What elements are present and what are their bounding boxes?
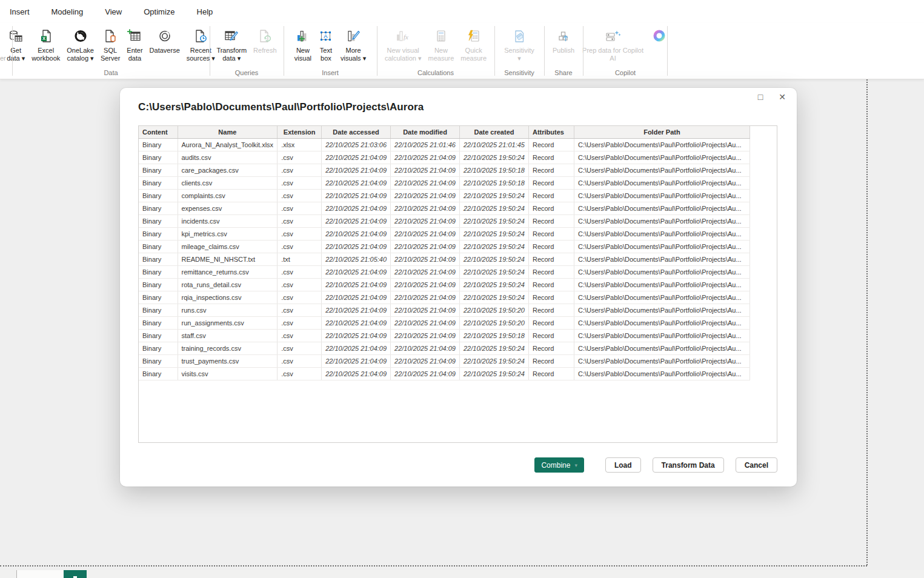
cell-extension: .csv (278, 241, 322, 253)
cell-folder-path: C:\Users\Pablo\Documents\Paul\Portfolio\… (574, 164, 750, 177)
ribbon-group-copilot: Prep data for Copilot AI (583, 23, 668, 79)
cell-content: Binary (139, 215, 178, 228)
text-box-icon: A (318, 27, 334, 46)
cell-content: Binary (139, 355, 178, 368)
menu-tab-insert[interactable]: Insert (10, 7, 30, 16)
dialog-title: C:\Users\Pablo\Documents\Paul\Portfolio\… (138, 101, 424, 113)
table-row: Binary audits.csv .csv 22/10/2025 21:04:… (139, 151, 750, 164)
cancel-button[interactable]: Cancel (736, 457, 777, 473)
active-page-tab[interactable] (64, 570, 87, 578)
text-box-button[interactable]: A Text box (315, 25, 337, 64)
cell-date-accessed: 22/10/2025 21:04:09 (322, 317, 391, 330)
load-button[interactable]: Load (605, 457, 641, 473)
combine-button[interactable]: Combine ▾ (534, 457, 584, 473)
dataverse-button[interactable]: Dataverse (147, 25, 183, 64)
cell-folder-path: C:\Users\Pablo\Documents\Paul\Portfolio\… (574, 291, 750, 304)
cell-attributes: Record (528, 139, 574, 151)
ribbon-group-share: Publish Share (544, 23, 583, 79)
table-row: Binary rqia_inspections.csv .csv 22/10/2… (139, 291, 750, 304)
cell-date-created: 22/10/2025 19:50:24 (460, 279, 529, 291)
cell-date-created: 22/10/2025 19:50:20 (460, 317, 529, 330)
cell-folder-path: C:\Users\Pablo\Documents\Paul\Portfolio\… (574, 215, 750, 228)
cell-date-modified: 22/10/2025 21:04:09 (391, 241, 460, 253)
table-row: Binary run_assignments.csv .csv 22/10/20… (139, 317, 750, 330)
menu-tab-optimize[interactable]: Optimize (144, 7, 174, 16)
excel-workbook-button[interactable]: X Excel workbook (28, 25, 63, 64)
cell-name: care_packages.csv (178, 164, 278, 177)
column-header-name: Name (178, 126, 278, 139)
menu-tab-help[interactable]: Help (197, 7, 213, 16)
cell-folder-path: C:\Users\Pablo\Documents\Paul\Portfolio\… (574, 266, 750, 279)
ribbon-group-queries: Transform data ▾ Refresh Queries (210, 23, 284, 79)
cell-date-accessed: 22/10/2025 21:04:09 (322, 266, 391, 279)
quick-measure-button: Quick measure (457, 25, 490, 64)
cell-extension: .csv (278, 190, 322, 202)
cell-content: Binary (139, 253, 178, 266)
cell-folder-path: C:\Users\Pablo\Documents\Paul\Portfolio\… (574, 177, 750, 190)
menu-tab-modeling[interactable]: Modeling (52, 7, 84, 16)
cell-extension: .csv (278, 330, 322, 342)
cell-date-modified: 22/10/2025 21:01:46 (391, 139, 460, 151)
cell-extension: .csv (278, 177, 322, 190)
cell-folder-path: C:\Users\Pablo\Documents\Paul\Portfolio\… (574, 241, 750, 253)
dataverse-spiral-icon (157, 27, 173, 46)
sensitivity-label-icon (511, 27, 527, 46)
cell-date-modified: 22/10/2025 21:04:09 (391, 317, 460, 330)
cell-date-accessed: 22/10/2025 21:04:09 (322, 151, 391, 164)
tab-bar-segment (17, 570, 64, 578)
table-row: Binary expenses.csv .csv 22/10/2025 21:0… (139, 202, 750, 215)
cell-extension: .csv (278, 317, 322, 330)
cell-date-accessed: 22/10/2025 21:04:09 (322, 279, 391, 291)
cell-attributes: Record (528, 215, 574, 228)
excel-file-icon: X (38, 27, 54, 46)
cell-content: Binary (139, 317, 178, 330)
cell-folder-path: C:\Users\Pablo\Documents\Paul\Portfolio\… (574, 190, 750, 202)
cell-name: mileage_claims.csv (178, 241, 278, 253)
cell-attributes: Record (528, 202, 574, 215)
new-visual-button[interactable]: New visual (291, 25, 314, 64)
cell-content: Binary (139, 368, 178, 380)
table-row: Binary Aurora_NI_Analyst_Toolkit.xlsx .x… (139, 139, 750, 151)
cell-name: training_records.csv (178, 342, 278, 355)
prep-data-sparkle-icon (604, 27, 622, 46)
table-pencil-icon (224, 27, 240, 46)
cell-date-created: 22/10/2025 19:50:24 (460, 241, 529, 253)
cell-date-accessed: 22/10/2025 21:03:06 (322, 139, 391, 151)
cell-content: Binary (139, 177, 178, 190)
cell-folder-path: C:\Users\Pablo\Documents\Paul\Portfolio\… (574, 279, 750, 291)
refresh-button: Refresh (250, 25, 280, 64)
cell-date-accessed: 22/10/2025 21:04:09 (322, 368, 391, 380)
column-header-date-accessed: Date accessed (322, 126, 391, 139)
sql-server-button[interactable]: SQL Server (98, 25, 123, 64)
close-icon[interactable]: ✕ (777, 92, 787, 102)
cell-content: Binary (139, 304, 178, 317)
cell-folder-path: C:\Users\Pablo\Documents\Paul\Portfolio\… (574, 228, 750, 241)
cell-extension: .csv (278, 228, 322, 241)
cell-date-accessed: 22/10/2025 21:04:09 (322, 304, 391, 317)
transform-data-button[interactable]: Transform data ▾ (213, 25, 250, 64)
cell-date-created: 22/10/2025 19:50:24 (460, 190, 529, 202)
column-header-attributes: Attributes (528, 126, 574, 139)
cell-name: run_assignments.csv (178, 317, 278, 330)
onelake-catalog-button[interactable]: OneLake catalog ▾ (64, 25, 97, 64)
cell-folder-path: C:\Users\Pablo\Documents\Paul\Portfolio\… (574, 304, 750, 317)
cell-date-modified: 22/10/2025 21:04:09 (391, 151, 460, 164)
get-data-button[interactable]: Get data ▾ (4, 25, 28, 64)
more-visuals-button[interactable]: More visuals ▾ (337, 25, 369, 64)
cell-name: expenses.csv (178, 202, 278, 215)
menu-tab-view[interactable]: View (105, 7, 122, 16)
chart-pencil-icon (345, 27, 361, 46)
cell-content: Binary (139, 228, 178, 241)
transform-data-dialog-button[interactable]: Transform Data (653, 457, 724, 473)
column-header-content: Content (139, 126, 178, 139)
cell-attributes: Record (528, 190, 574, 202)
table-row: Binary staff.csv .csv 22/10/2025 21:04:0… (139, 330, 750, 342)
cell-date-accessed: 22/10/2025 21:04:09 (322, 291, 391, 304)
cell-folder-path: C:\Users\Pablo\Documents\Paul\Portfolio\… (574, 317, 750, 330)
cell-folder-path: C:\Users\Pablo\Documents\Paul\Portfolio\… (574, 202, 750, 215)
cell-folder-path: C:\Users\Pablo\Documents\Paul\Portfolio\… (574, 151, 750, 164)
cell-date-created: 22/10/2025 19:50:18 (460, 330, 529, 342)
maximize-icon[interactable]: □ (756, 92, 765, 102)
new-visual-calculation-button: fx New visual calculation ▾ (382, 25, 425, 64)
enter-data-button[interactable]: Enter data (124, 25, 145, 64)
